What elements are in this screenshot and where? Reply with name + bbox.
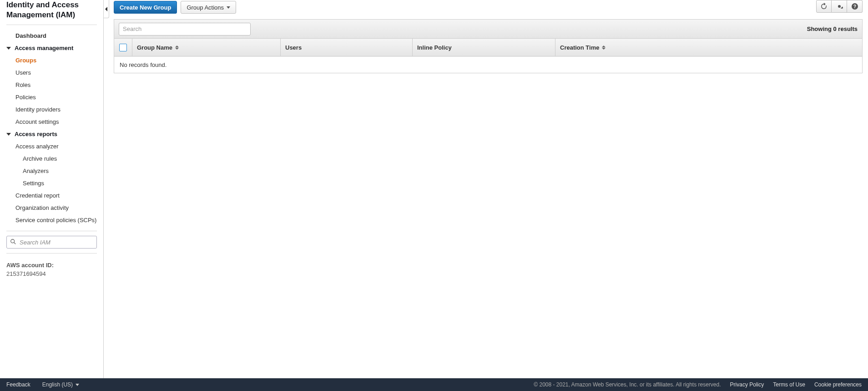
refresh-icon — [820, 3, 828, 10]
settings-button[interactable] — [832, 0, 847, 13]
filter-bar: Showing 0 results — [114, 19, 863, 38]
gear-icon — [836, 3, 843, 10]
results-count: Showing 0 results — [807, 25, 858, 32]
table-header-checkbox — [114, 39, 132, 56]
sidebar-item-credential-report[interactable]: Credential report — [6, 189, 97, 202]
column-label: Creation Time — [560, 44, 599, 51]
search-iam-input[interactable] — [6, 236, 97, 249]
language-selector[interactable]: English (US) — [42, 381, 79, 388]
sort-icon — [175, 46, 179, 50]
sidebar-item-archive-rules[interactable]: Archive rules — [6, 152, 97, 165]
column-label: Inline Policy — [417, 44, 452, 51]
language-label: English (US) — [42, 381, 73, 388]
table-header: Group Name Users Inline Policy Creation … — [114, 38, 862, 56]
table-header-creation-time[interactable]: Creation Time — [555, 39, 862, 56]
account-id-value: 215371694594 — [6, 270, 97, 277]
chevron-down-icon — [227, 6, 230, 9]
sidebar-item-account-settings[interactable]: Account settings — [6, 116, 97, 128]
sidebar-item-identity-providers[interactable]: Identity providers — [6, 103, 97, 116]
sidebar-item-dashboard[interactable]: Dashboard — [6, 30, 97, 42]
table-header-inline-policy[interactable]: Inline Policy — [413, 39, 555, 56]
cookie-preferences-link[interactable]: Cookie preferences — [814, 381, 862, 388]
feedback-link[interactable]: Feedback — [6, 381, 30, 388]
sidebar-item-access-analyzer[interactable]: Access analyzer — [6, 140, 97, 152]
group-actions-button[interactable]: Group Actions — [181, 1, 236, 14]
sidebar-title: Identity and Access Management (IAM) — [6, 0, 97, 20]
divider — [6, 253, 97, 254]
sidebar-item-organization-activity[interactable]: Organization activity — [6, 202, 97, 214]
group-actions-label: Group Actions — [187, 4, 224, 11]
sidebar-section-label: Access reports — [15, 131, 57, 137]
sidebar-item-roles[interactable]: Roles — [6, 79, 97, 91]
sidebar-item-users[interactable]: Users — [6, 66, 97, 79]
table-header-group-name[interactable]: Group Name — [132, 39, 281, 56]
sidebar-item-groups[interactable]: Groups — [6, 54, 97, 66]
help-button[interactable]: ? — [847, 0, 863, 13]
divider — [6, 25, 97, 25]
sidebar-item-analyzers[interactable]: Analyzers — [6, 165, 97, 177]
sidebar-section-access-management[interactable]: Access management — [6, 42, 97, 54]
toolbar: Create New Group Group Actions ? — [114, 0, 863, 15]
chevron-down-icon — [6, 47, 11, 50]
chevron-down-icon — [76, 384, 79, 386]
select-all-checkbox[interactable] — [119, 44, 127, 51]
search-input[interactable] — [119, 23, 251, 36]
table-empty-message: No records found. — [114, 56, 862, 73]
sidebar-item-settings[interactable]: Settings — [6, 177, 97, 189]
create-new-group-button[interactable]: Create New Group — [114, 1, 177, 14]
sidebar-section-label: Access management — [15, 45, 73, 51]
account-id-label: AWS account ID: — [6, 262, 97, 269]
footer: Feedback English (US) © 2008 - 2021, Ama… — [0, 378, 868, 391]
chevron-down-icon — [6, 133, 11, 136]
column-label: Group Name — [137, 44, 172, 51]
refresh-button[interactable] — [816, 0, 832, 13]
main-content: Create New Group Group Actions ? — [104, 0, 868, 378]
help-icon: ? — [851, 3, 858, 10]
svg-text:?: ? — [853, 4, 856, 9]
groups-table: Group Name Users Inline Policy Creation … — [114, 38, 863, 73]
column-label: Users — [285, 44, 302, 51]
sidebar-item-scps[interactable]: Service control policies (SCPs) — [6, 214, 97, 226]
sidebar-section-access-reports[interactable]: Access reports — [6, 128, 97, 140]
table-header-users[interactable]: Users — [281, 39, 413, 56]
sidebar: Identity and Access Management (IAM) Das… — [0, 0, 104, 378]
copyright-text: © 2008 - 2021, Amazon Web Services, Inc.… — [534, 381, 721, 388]
terms-of-use-link[interactable]: Terms of Use — [773, 381, 805, 388]
divider — [6, 231, 97, 231]
toolbar-right: ? — [816, 0, 863, 13]
privacy-policy-link[interactable]: Privacy Policy — [730, 381, 764, 388]
sidebar-item-policies[interactable]: Policies — [6, 91, 97, 103]
sort-icon — [602, 46, 606, 50]
